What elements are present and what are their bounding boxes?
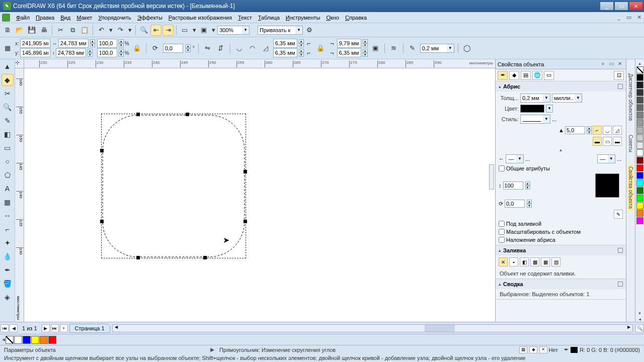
page-prev-button[interactable]: ◀ <box>10 324 18 332</box>
corner-bl-input[interactable] <box>273 48 297 57</box>
menu-view[interactable]: Вид <box>57 14 73 22</box>
outline-width-input[interactable] <box>421 44 447 52</box>
tab-summary[interactable]: ▭ <box>544 71 554 80</box>
outline-color-dropdown[interactable]: ▼ <box>546 105 553 113</box>
tab-internet[interactable]: 🌐 <box>532 71 542 80</box>
close-button[interactable]: ✕ <box>629 2 643 11</box>
outline-color-indicator[interactable] <box>571 347 578 353</box>
fill-tool[interactable]: 🪣 <box>2 278 14 290</box>
corner-round-button[interactable]: ◡ <box>234 43 245 54</box>
color-swatch[interactable] <box>636 202 643 209</box>
hscroll-thumb[interactable] <box>425 325 455 332</box>
mirror-h-button[interactable]: ⇋ <box>202 43 213 54</box>
options-button[interactable]: ⚙ <box>304 25 315 36</box>
menu-table[interactable]: Таблица <box>255 14 283 22</box>
corner-lock3[interactable]: ¬ <box>328 39 336 47</box>
zoom-tool-button[interactable]: 🔍 <box>635 324 643 332</box>
snap-input[interactable] <box>258 26 295 34</box>
width-up[interactable]: ▲ <box>90 39 95 43</box>
ellipse-tool[interactable]: ○ <box>2 155 14 167</box>
fill-indicator-icon[interactable]: ◆ <box>529 346 537 353</box>
outline-color-swatch[interactable] <box>520 105 544 113</box>
text-tool[interactable]: A <box>2 183 14 195</box>
import-button[interactable]: ⇤ <box>150 25 162 36</box>
outline-width-combo[interactable]: ▼ <box>420 44 454 53</box>
share-attrs-checkbox[interactable] <box>499 165 505 171</box>
color-swatch[interactable] <box>636 157 643 164</box>
to-front-button[interactable]: ◯ <box>462 43 473 54</box>
menu-effects[interactable]: Эффекты <box>134 14 166 22</box>
height-down[interactable]: ▼ <box>88 53 93 57</box>
table-tool[interactable]: ▦ <box>2 196 14 208</box>
color-swatch[interactable] <box>636 127 643 134</box>
page-first-button[interactable]: ⏮ <box>1 324 9 332</box>
rectangle-tool[interactable]: ▭ <box>2 142 14 154</box>
canvas[interactable]: ➤ <box>24 68 495 322</box>
outline-style-field[interactable]: ▼ <box>520 115 550 124</box>
color-swatch[interactable] <box>636 187 643 194</box>
no-color-swatch[interactable] <box>636 66 643 73</box>
node-handle[interactable] <box>203 256 207 259</box>
arrow-end-combo[interactable]: —▼ <box>597 154 615 163</box>
menu-tools[interactable]: Инструменты <box>283 14 324 22</box>
color-swatch[interactable] <box>40 336 48 344</box>
color-swatch[interactable] <box>636 164 643 171</box>
ruler-origin[interactable]: ⊹ <box>15 59 24 68</box>
smart-fill-tool[interactable]: ◧ <box>2 128 14 140</box>
eyedropper-tool[interactable]: 💧 <box>2 250 14 262</box>
stretch-input[interactable] <box>503 182 523 190</box>
fill-texture-button[interactable]: ▦ <box>541 257 550 266</box>
print-button[interactable]: 🖶 <box>38 25 49 36</box>
miter-input[interactable] <box>565 126 585 134</box>
publish-dropdown[interactable]: ▾ <box>191 25 197 36</box>
docker-tab-objprops[interactable]: Свойства объекта <box>627 164 634 211</box>
docker-menu-button[interactable]: ▭ <box>607 61 615 68</box>
status-color-icon[interactable]: ▦ <box>519 346 527 353</box>
color-swatch[interactable] <box>636 179 643 187</box>
color-swatch[interactable] <box>23 336 31 344</box>
no-color-swatch-h[interactable] <box>6 336 14 344</box>
y-input[interactable] <box>20 48 50 57</box>
node-handle[interactable] <box>136 256 140 259</box>
corner-tr-input[interactable] <box>337 39 361 48</box>
corner-lock4[interactable]: ¬ <box>328 49 336 57</box>
height-input[interactable] <box>56 48 86 57</box>
color-swatch[interactable] <box>636 89 643 96</box>
node-handle[interactable] <box>244 220 247 223</box>
docker-collapse-button[interactable]: » <box>599 61 607 68</box>
open-button[interactable]: 📂 <box>14 25 25 36</box>
snap-dropdown[interactable]: ▼ <box>295 26 302 34</box>
mirror-v-button[interactable]: ⇵ <box>215 43 226 54</box>
selected-rectangle[interactable] <box>102 115 245 257</box>
color-swatch[interactable] <box>14 336 22 344</box>
outline-tool[interactable]: ✒ <box>2 264 14 276</box>
cap-round-button[interactable]: ▭ <box>603 137 612 146</box>
zoom-dropdown[interactable]: ▼ <box>242 26 249 34</box>
color-swatch[interactable] <box>636 195 643 202</box>
zoom-input[interactable] <box>218 26 242 34</box>
docker-options-button[interactable]: ⊡ <box>614 71 624 80</box>
color-swatch[interactable] <box>636 210 643 217</box>
calligraphy-button[interactable]: ✎ <box>614 210 623 219</box>
fill-pattern-button[interactable]: ▩ <box>530 257 539 266</box>
tab-fill[interactable]: ◆ <box>509 71 519 80</box>
node-handle[interactable] <box>186 113 189 116</box>
interactive-fill-tool[interactable]: ◈ <box>2 291 14 303</box>
arrow-start-combo[interactable]: —▼ <box>506 154 524 163</box>
color-swatch[interactable] <box>636 104 643 111</box>
menu-layout[interactable]: Макет <box>73 14 95 22</box>
fill-fountain-button[interactable]: ◧ <box>520 257 529 266</box>
pick-tool[interactable]: ▲ <box>2 60 14 72</box>
redo-button[interactable]: ↷ <box>115 25 126 36</box>
doc-restore-button[interactable]: ▭ <box>625 14 633 21</box>
corner-round-button[interactable]: ◡ <box>603 126 612 135</box>
node-handle[interactable] <box>244 170 247 173</box>
doc-minimize-button[interactable]: _ <box>615 14 623 21</box>
docker-tab-objmgr[interactable]: Диспетчер объектов <box>627 71 634 123</box>
color-swatch[interactable] <box>636 134 643 141</box>
color-swatch[interactable] <box>636 97 643 104</box>
x-input[interactable] <box>20 39 50 48</box>
palette-down[interactable]: ▼ <box>638 311 642 316</box>
menu-window[interactable]: Окно <box>323 14 342 22</box>
export-button[interactable]: ⇥ <box>163 25 174 36</box>
